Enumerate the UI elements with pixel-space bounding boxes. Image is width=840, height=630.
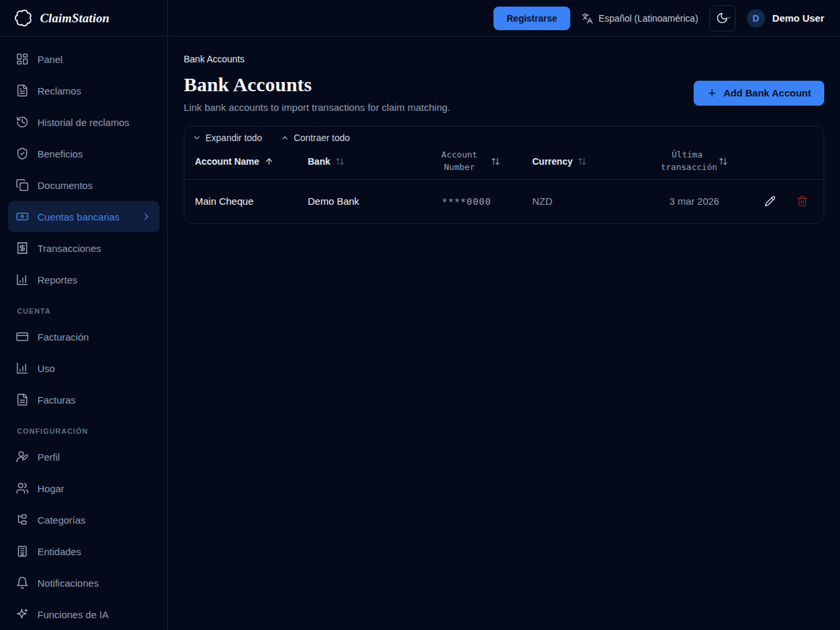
sidebar-item-label: Entidades (37, 546, 81, 557)
receipt-icon (16, 242, 29, 255)
layout-dashboard-icon (16, 52, 29, 66)
sidebar-item-label: Notificaciones (37, 578, 98, 589)
sidebar-item-hogar[interactable]: Hogar (8, 472, 159, 504)
sidebar-item-label: Historial de reclamos (37, 117, 129, 128)
sidebar-item-cuentas-bancarias[interactable]: Cuentas bancarias (8, 201, 159, 232)
sidebar-item-label: Panel (37, 54, 62, 65)
sidebar-item-label: Uso (37, 363, 55, 374)
sidebar-item-label: Facturación (37, 331, 89, 343)
expand-all-button[interactable]: Expandir todo (190, 131, 264, 144)
bank-accounts-card: Expandir todo Contraer todo Account Name (184, 126, 824, 224)
sidebar-item-label: Categorías (37, 514, 85, 526)
sidebar-item-label: Perfil (37, 452, 60, 463)
column-label: Última transacción (661, 149, 714, 174)
sidebar-item-label: Funciones de IA (37, 609, 108, 620)
brand[interactable]: ClaimStation (0, 0, 167, 37)
banknote-icon (16, 210, 29, 223)
chevron-down-icon (192, 133, 201, 142)
sidebar-item-notificaciones[interactable]: Notificaciones (8, 567, 159, 598)
column-label: Account Number (433, 149, 486, 174)
cell-account-name: Main Cheque (195, 196, 308, 207)
delete-account-button[interactable] (795, 194, 809, 208)
column-header-currency[interactable]: Currency (532, 156, 625, 167)
file-text-icon (16, 393, 29, 406)
user-name: Demo User (772, 12, 824, 24)
credit-card-icon (16, 330, 29, 343)
page-content: Bank Accounts Bank Accounts Link bank ac… (168, 37, 840, 630)
user-pen-icon (16, 450, 29, 463)
languages-icon (581, 12, 593, 24)
column-header-bank[interactable]: Bank (308, 156, 401, 167)
sidebar-item-historial[interactable]: Historial de reclamos (8, 106, 159, 138)
expand-all-label: Expandir todo (205, 133, 262, 143)
app-root: ClaimStation Panel Reclamos Historial de (0, 0, 840, 630)
bar-chart-icon (16, 273, 29, 286)
collapse-all-button[interactable]: Contraer todo (278, 131, 352, 144)
page-header-text: Bank Accounts Link bank accounts to impo… (184, 74, 450, 113)
sidebar-item-facturacion[interactable]: Facturación (8, 321, 159, 352)
table-row: Main Cheque Demo Bank ****0000 NZD 3 mar… (184, 180, 824, 223)
edit-account-button[interactable] (763, 194, 777, 208)
column-header-last-transaction[interactable]: Última transacción (625, 149, 763, 174)
page-subtitle: Link bank accounts to import transaction… (184, 102, 450, 113)
cell-currency: NZD (532, 196, 625, 207)
history-icon (16, 116, 29, 129)
sidebar-item-reclamos[interactable]: Reclamos (8, 75, 159, 106)
sidebar-item-reportes[interactable]: Reportes (8, 264, 159, 295)
cell-bank: Demo Bank (308, 196, 401, 207)
users-icon (16, 482, 29, 495)
cell-last-transaction: 3 mar 2026 (625, 196, 763, 207)
trash-icon (797, 196, 808, 207)
sidebar-item-categorias[interactable]: Categorías (8, 504, 159, 536)
cell-account-number: ****0000 (401, 196, 532, 207)
collapse-all-label: Contraer todo (293, 133, 350, 143)
sidebar-item-beneficios[interactable]: Beneficios (8, 138, 159, 169)
pencil-icon (765, 196, 776, 207)
sidebar-item-transacciones[interactable]: Transacciones (8, 232, 159, 264)
register-button[interactable]: Registrarse (494, 7, 570, 30)
arrow-up-icon (264, 157, 274, 166)
plus-icon (707, 88, 717, 98)
sidebar-item-label: Beneficios (37, 148, 83, 159)
avatar: D (747, 9, 765, 28)
user-menu[interactable]: D Demo User (747, 9, 824, 28)
building-icon (16, 545, 29, 558)
sidebar-item-label: Reclamos (37, 85, 81, 96)
add-bank-account-button[interactable]: Add Bank Account (694, 81, 824, 106)
chevron-down-icon (726, 15, 732, 20)
row-actions (763, 194, 813, 208)
sidebar-item-funciones-ia[interactable]: Funciones de IA (8, 598, 159, 630)
sidebar-nav: Panel Reclamos Historial de reclamos Ben… (0, 37, 167, 630)
column-label: Currency (532, 156, 572, 167)
sidebar-item-documentos[interactable]: Documentos (8, 169, 159, 201)
sidebar-item-label: Cuentas bancarias (37, 211, 119, 222)
sidebar-item-label: Hogar (37, 483, 64, 494)
list-tree-icon (16, 513, 29, 526)
sidebar-item-panel[interactable]: Panel (8, 43, 159, 75)
add-bank-account-label: Add Bank Account (723, 87, 811, 98)
sidebar-item-facturas[interactable]: Facturas (8, 384, 159, 415)
sidebar-item-label: Facturas (37, 394, 75, 406)
theme-toggle-button[interactable] (709, 5, 736, 32)
sidebar-section-configuracion: CONFIGURACIÓN (8, 415, 159, 441)
copy-documents-icon (16, 178, 29, 192)
shield-check-icon (16, 147, 29, 160)
language-selector[interactable]: Español (Latinoamérica) (581, 12, 698, 24)
main-panel: Registrarse Español (Latinoamérica) D De… (168, 0, 840, 630)
breadcrumb[interactable]: Bank Accounts (184, 54, 824, 64)
arrow-up-down-icon (719, 157, 728, 166)
file-text-icon (16, 84, 29, 97)
brand-name: ClaimStation (40, 11, 110, 26)
column-header-account-name[interactable]: Account Name (195, 156, 308, 167)
column-header-account-number[interactable]: Account Number (401, 149, 532, 174)
sidebar-item-uso[interactable]: Uso (8, 352, 159, 384)
column-label: Account Name (195, 156, 259, 167)
bar-chart-icon (16, 362, 29, 375)
sidebar-item-perfil[interactable]: Perfil (8, 441, 159, 472)
sparkles-icon (16, 608, 29, 621)
sidebar-item-label: Documentos (37, 180, 93, 191)
sidebar-item-label: Transacciones (37, 243, 101, 254)
sidebar-item-entidades[interactable]: Entidades (8, 536, 159, 567)
page-title: Bank Accounts (184, 74, 450, 96)
chevron-up-icon (280, 133, 289, 142)
